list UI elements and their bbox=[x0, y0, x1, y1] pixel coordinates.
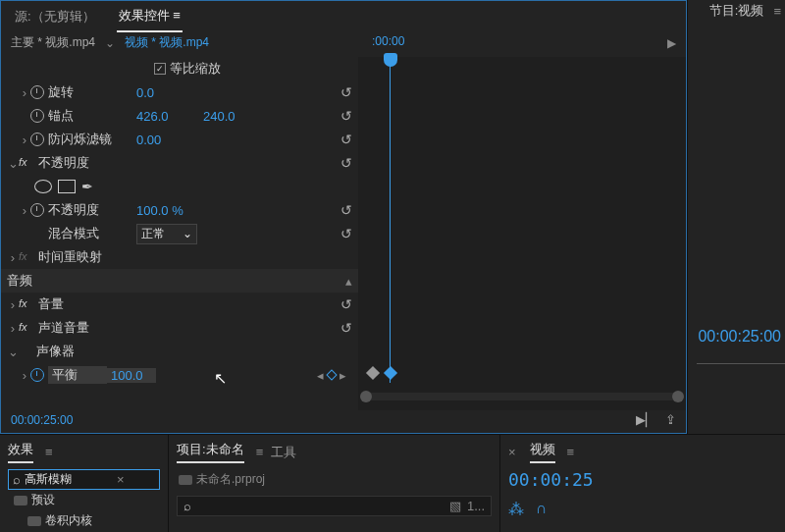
stopwatch-icon[interactable] bbox=[30, 368, 44, 382]
reset-icon[interactable]: ↺ bbox=[340, 202, 352, 218]
timeremap-label[interactable]: 时间重映射 bbox=[38, 248, 352, 266]
rotation-label: 旋转 bbox=[48, 83, 136, 101]
scale-uniform-row: ✓ 等比缩放 bbox=[1, 57, 358, 80]
twirl-icon[interactable] bbox=[7, 297, 19, 312]
twirl-icon[interactable] bbox=[19, 203, 30, 218]
scrollbar-handle-icon[interactable] bbox=[672, 391, 684, 402]
playhead[interactable] bbox=[390, 57, 391, 383]
tree-item-presets[interactable]: 预设 bbox=[8, 490, 160, 510]
opacity-section-label[interactable]: 不透明度 bbox=[38, 154, 340, 172]
panner-label[interactable]: 声像器 bbox=[36, 343, 352, 360]
twirl-icon[interactable] bbox=[19, 85, 30, 100]
mask-shapes-row: ✒ bbox=[1, 175, 358, 198]
opacity-value-row: 不透明度 100.0 % ↺ bbox=[1, 198, 358, 222]
play-icon[interactable]: ▶ bbox=[667, 36, 676, 50]
ellipse-mask-icon[interactable] bbox=[34, 180, 52, 193]
twirl-icon[interactable] bbox=[19, 133, 30, 147]
rect-mask-icon[interactable] bbox=[58, 180, 76, 193]
twirl-icon[interactable] bbox=[7, 156, 19, 171]
menu-icon[interactable]: ≡ bbox=[256, 445, 264, 459]
sequence-timecode[interactable]: 00:00:25 bbox=[508, 469, 777, 490]
current-timecode[interactable]: 00:00:25:00 bbox=[11, 413, 73, 427]
fx-badge-icon[interactable]: fx bbox=[19, 250, 34, 264]
reset-icon[interactable]: ↺ bbox=[340, 296, 352, 312]
fx-badge-icon[interactable]: fx bbox=[19, 156, 34, 170]
stopwatch-icon[interactable] bbox=[30, 109, 44, 123]
blend-mode-row: 混合模式 正常⌄ ↺ bbox=[1, 222, 358, 245]
pen-mask-icon[interactable]: ✒ bbox=[81, 179, 93, 194]
fx-badge-icon[interactable]: fx bbox=[19, 321, 34, 335]
playhead-head-icon[interactable] bbox=[384, 53, 397, 67]
scrollbar-handle-icon[interactable] bbox=[360, 391, 372, 402]
stopwatch-icon[interactable] bbox=[30, 85, 44, 99]
rotation-value[interactable]: 0.0 bbox=[136, 85, 185, 100]
reset-icon[interactable]: ↺ bbox=[340, 84, 352, 100]
uniform-scale-label: 等比缩放 bbox=[170, 60, 352, 78]
project-panel-title[interactable]: 项目:未命名 bbox=[177, 441, 244, 463]
menu-icon[interactable]: ≡ bbox=[567, 445, 575, 459]
export-icon[interactable]: ⇪ bbox=[665, 412, 676, 427]
anchor-x-value[interactable]: 426.0 bbox=[136, 109, 185, 124]
keyframe-diamond-icon[interactable] bbox=[366, 366, 380, 380]
effects-search-input[interactable] bbox=[25, 473, 113, 487]
balance-value[interactable]: 100.0 bbox=[107, 368, 156, 383]
effects-panel-title[interactable]: 效果 bbox=[8, 441, 33, 463]
stopwatch-icon[interactable] bbox=[30, 203, 44, 217]
twirl-icon[interactable] bbox=[7, 345, 19, 359]
stopwatch-icon[interactable] bbox=[30, 133, 44, 146]
project-search-input[interactable] bbox=[197, 500, 444, 513]
flicker-row: 防闪烁滤镜 0.00 ↺ bbox=[1, 128, 358, 151]
channel-volume-label[interactable]: 声道音量 bbox=[38, 319, 340, 337]
add-keyframe-icon[interactable] bbox=[326, 369, 337, 380]
chevron-down-icon[interactable]: ⌄ bbox=[105, 36, 115, 50]
master-clip-name[interactable]: 主要 * 视频.mp4 bbox=[11, 34, 95, 51]
anchor-y-value[interactable]: 240.0 bbox=[203, 109, 236, 124]
opacity-label: 不透明度 bbox=[48, 201, 136, 219]
volume-label[interactable]: 音量 bbox=[38, 295, 340, 313]
section-triangle-icon[interactable]: ▴ bbox=[345, 274, 352, 289]
tab-source[interactable]: 源:（无剪辑） bbox=[13, 4, 97, 31]
search-icon: ⌕ bbox=[13, 472, 21, 487]
sequence-clip-name[interactable]: 视频 * 视频.mp4 bbox=[125, 34, 209, 51]
reset-icon[interactable]: ↺ bbox=[340, 320, 352, 336]
timeline-scrollbar[interactable] bbox=[362, 393, 682, 400]
next-keyframe-icon[interactable]: ▸ bbox=[340, 368, 346, 383]
item-count: 1... bbox=[467, 499, 485, 513]
clear-search-icon[interactable]: × bbox=[117, 472, 125, 487]
folder-icon bbox=[14, 496, 27, 505]
program-timecode[interactable]: 00:00:25:00 bbox=[698, 328, 781, 346]
bin-icon[interactable]: ▧ bbox=[449, 499, 461, 513]
prev-keyframe-icon[interactable]: ◂ bbox=[317, 368, 324, 383]
flicker-value[interactable]: 0.00 bbox=[136, 133, 185, 147]
sequence-panel: × 视频 ≡ 00:00:25 ⁂ ∩ bbox=[500, 434, 785, 532]
timeremap-row: fx 时间重映射 bbox=[1, 245, 358, 269]
program-ruler[interactable] bbox=[697, 363, 785, 375]
keyframe-lane bbox=[358, 361, 686, 385]
audio-header-label: 音频 bbox=[7, 272, 345, 290]
menu-icon[interactable]: ≡ bbox=[773, 4, 781, 19]
opacity-value[interactable]: 100.0 % bbox=[136, 203, 185, 218]
reset-icon[interactable]: ↺ bbox=[340, 226, 352, 241]
twirl-icon[interactable] bbox=[7, 250, 19, 265]
reset-icon[interactable]: ↺ bbox=[340, 132, 352, 147]
tab-effect-controls[interactable]: 效果控件 ≡ bbox=[117, 3, 183, 32]
project-root[interactable]: 未命名.prproj bbox=[177, 469, 492, 490]
reset-icon[interactable]: ↺ bbox=[340, 155, 352, 171]
magnet-icon[interactable]: ∩ bbox=[536, 500, 548, 518]
keyframe-diamond-icon[interactable] bbox=[384, 366, 397, 380]
blend-mode-dropdown[interactable]: 正常⌄ bbox=[136, 224, 197, 244]
uniform-scale-checkbox[interactable]: ✓ bbox=[154, 63, 166, 75]
fx-badge-icon[interactable]: fx bbox=[19, 297, 34, 311]
snap-icon[interactable]: ⁂ bbox=[508, 500, 524, 518]
project-search: ⌕ ▧ 1... bbox=[177, 496, 492, 516]
loop-icon[interactable]: ▶▏ bbox=[636, 412, 655, 427]
tools-tab[interactable]: 工具 bbox=[271, 444, 296, 461]
program-tab-label[interactable]: 节目:视频 bbox=[709, 2, 764, 20]
twirl-icon[interactable] bbox=[19, 368, 30, 383]
sequence-panel-title[interactable]: 视频 bbox=[530, 441, 555, 463]
reset-icon[interactable]: ↺ bbox=[340, 108, 352, 124]
tree-item-convolution[interactable]: 卷积内核 bbox=[8, 510, 160, 531]
close-icon[interactable]: × bbox=[508, 445, 516, 459]
menu-icon[interactable]: ≡ bbox=[45, 445, 53, 459]
twirl-icon[interactable] bbox=[7, 321, 19, 336]
